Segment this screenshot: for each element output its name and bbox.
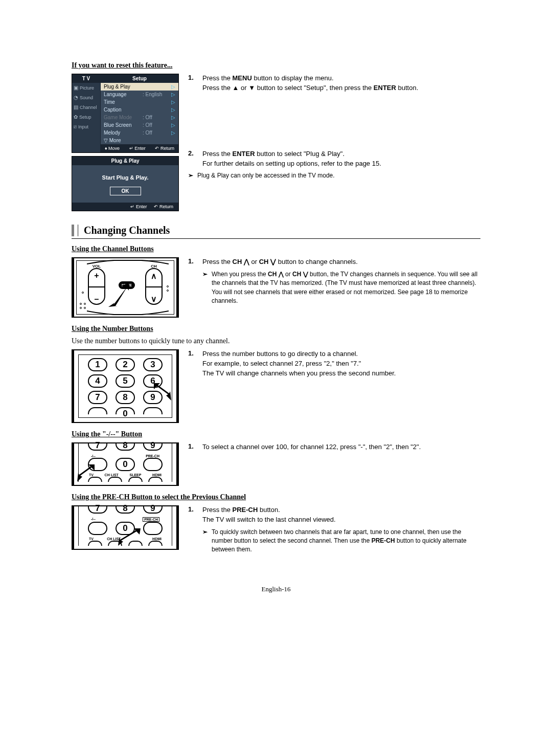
numpad-9: 9	[143, 443, 163, 451]
sub-dash-button: Using the "-/--" Button	[72, 430, 480, 438]
step-number: 1.	[188, 74, 197, 93]
reset-step2: Press the ENTER button to select "Plug &…	[202, 149, 480, 169]
osd-side-sound: ◔Sound	[72, 93, 100, 102]
numpad-1: 1	[88, 358, 107, 371]
vol-down-icon: –	[95, 295, 99, 304]
sub-number-buttons: Using the Number Buttons	[72, 325, 480, 333]
osd-side-input: ⎚Input	[72, 122, 100, 131]
osd-row-more: ▽ More	[101, 137, 178, 144]
sleep-label: SLEEP	[130, 473, 142, 477]
reset-note: Plug & Play can only be accessed in the …	[197, 171, 335, 180]
note-marker-icon: ➢	[188, 171, 193, 180]
osd-setup-menu: T V ▣Picture ◔Sound ▤Channel ✿Setup ⎚Inp…	[72, 74, 179, 153]
prech-note: To quickly switch between two channels t…	[212, 528, 480, 554]
osd-row-bluescreen: Blue Screen: Off▷	[101, 121, 178, 129]
svg-marker-3	[118, 528, 141, 546]
return-icon: ↶	[154, 204, 158, 209]
osd-setup-title: Setup	[101, 74, 178, 83]
volume-rocker: VOL + –	[88, 268, 105, 305]
callout-arrow-icon	[118, 528, 141, 546]
numpad-8: 8	[116, 391, 135, 404]
numpad-8: 8	[116, 506, 135, 514]
prech-label-boxed: PRE-CH	[143, 517, 159, 522]
move-icon: ♦	[105, 146, 107, 151]
osd-row-language: Language: English▷	[101, 91, 178, 98]
hdmi-label: HDMI	[152, 537, 162, 541]
numpad-3: 3	[143, 358, 163, 371]
remote-vol-ch: VOL + – CH ∧ ∨ MUTE	[72, 257, 179, 318]
osd-footer-enter: Enter	[134, 146, 146, 151]
channels-step1: Press the CH ⋀ or CH ⋁ button to change …	[202, 257, 480, 267]
numpad-0: 0	[116, 458, 135, 471]
remote-prech-area: 7 8 9 -/-- PRE-CH 0 TV CH LIST EP	[72, 505, 179, 550]
pnp-footer-return: Return	[159, 204, 173, 209]
dash-step1: To select a channel over 100, for channe…	[202, 442, 480, 452]
osd-side-picture: ▣Picture	[72, 83, 100, 93]
prech-step1: Press the PRE-CH button. The TV will swi…	[202, 505, 480, 525]
note-marker-icon: ➢	[202, 270, 208, 306]
svg-marker-1	[154, 383, 171, 401]
numpad-7: 7	[88, 506, 107, 514]
number-step1: Press the number buttons to go directly …	[202, 349, 480, 379]
numpad-8: 8	[116, 443, 135, 451]
numpad-5: 5	[116, 374, 135, 388]
numpad-prech	[143, 407, 163, 414]
bottom-btn	[88, 541, 102, 546]
dash-label: -/--	[91, 454, 96, 458]
numpad-prech-button	[143, 458, 163, 471]
bottom-btn	[148, 477, 163, 482]
osd-side-channel: ▤Channel	[72, 102, 100, 112]
numpad-9: 9	[143, 506, 163, 514]
number-intro: Use the number buttons to quickly tune t…	[72, 337, 480, 345]
pnp-footer-enter: Enter	[136, 204, 147, 209]
sub-channel-buttons: Using the Channel Buttons	[72, 245, 480, 253]
prech-label: PRE-CH	[146, 454, 159, 458]
callout-arrow-icon	[108, 283, 129, 309]
vol-up-icon: +	[94, 271, 99, 280]
step-number: 1.	[188, 505, 197, 525]
pnp-ok-button: OK	[110, 187, 141, 195]
page-number: English-16	[72, 585, 480, 593]
osd-side-setup: ✿Setup	[72, 112, 100, 122]
enter-icon: ↵	[129, 146, 133, 151]
osd-row-caption: Caption▷	[101, 106, 178, 114]
numpad-0: 0	[116, 407, 135, 414]
reset-heading: If you want to reset this feature...	[72, 61, 480, 70]
pnp-title: Plug & Play	[72, 157, 178, 165]
ch-down-icon: ∨	[151, 294, 157, 304]
bottom-btn	[108, 477, 122, 482]
numpad-2: 2	[116, 358, 135, 371]
bottom-btn	[128, 477, 143, 482]
numpad-dash-button	[88, 522, 107, 535]
channel-rocker: CH ∧ ∨	[145, 268, 163, 305]
remote-numpad: 1 2 3 4 5 6 7 8 9 0	[72, 349, 179, 423]
step-number: 2.	[188, 149, 197, 169]
numpad-prech-button	[143, 522, 163, 535]
remote-dash-area: 7 8 9 -/-- PRE-CH 0 TV CH LIST SL	[72, 442, 179, 486]
channels-note1: When you press the CH ⋀ or CH ⋁ button, …	[212, 270, 480, 306]
pnp-message: Start Plug & Play.	[72, 165, 178, 187]
changing-channels-title: Changing Channels	[84, 225, 170, 236]
ch-up-icon: ∧	[151, 271, 157, 281]
osd-row-gamemode: Game Mode: Off▷	[101, 114, 178, 121]
osd-row-time: Time▷	[101, 98, 178, 106]
hdmi-label: HDMI	[152, 473, 162, 477]
return-icon: ↶	[155, 146, 159, 151]
title-rule	[72, 238, 480, 239]
callout-arrow-icon	[154, 383, 171, 401]
numpad-dash	[88, 407, 107, 414]
dash-label: -/--	[91, 517, 96, 522]
step-number: 1.	[188, 349, 197, 379]
tv-label: TV	[89, 537, 94, 541]
step-number: 1.	[188, 257, 197, 267]
osd-footer-move: Move	[108, 146, 120, 151]
note-marker-icon: ➢	[202, 528, 208, 554]
numpad-7: 7	[88, 443, 107, 451]
bottom-btn	[148, 541, 163, 546]
osd-row-plugplay: Plug & Play▷	[101, 83, 178, 91]
enter-icon: ↵	[130, 204, 134, 209]
numpad-7: 7	[88, 391, 107, 404]
numpad-4: 4	[88, 374, 107, 388]
osd-tv-label: T V	[72, 74, 100, 83]
chlist-label: CH LIST	[105, 473, 119, 477]
